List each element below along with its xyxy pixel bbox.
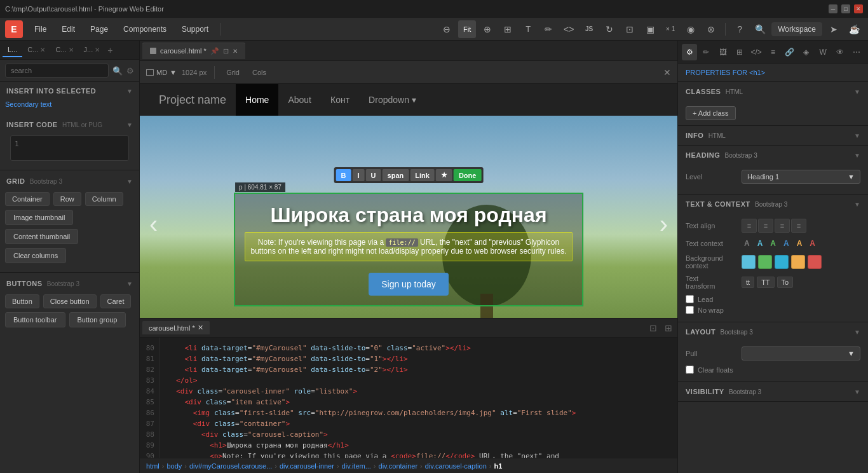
breadcrumb-item[interactable]: div.item...	[342, 462, 371, 470]
help-btn[interactable]: ?	[731, 20, 749, 38]
text-context-header[interactable]: TEXT & CONTEXT Bootstrap 3 ▼	[678, 195, 868, 214]
breadcrumb-body[interactable]: body	[166, 462, 182, 470]
add-class-btn[interactable]: + Add class	[686, 106, 736, 120]
align-left[interactable]: ≡	[742, 219, 757, 233]
file-tab-close[interactable]: ✕	[233, 48, 238, 55]
underline-btn[interactable]: U	[366, 169, 381, 181]
heading-section-header[interactable]: HEADING Bootstrap 3 ▼	[678, 146, 868, 165]
tab-j[interactable]: J...✕	[79, 43, 105, 57]
insert-into-selected-header[interactable]: INSERT INTO SELECTED ▼	[0, 82, 139, 99]
code-lines[interactable]: <li data-target="#myCarousel" data-slide…	[160, 338, 677, 458]
no-wrap-checkbox[interactable]	[686, 306, 694, 314]
tab-add-btn[interactable]: +	[107, 45, 112, 55]
code-insert-area[interactable]: 1	[10, 135, 129, 161]
text-color-muted[interactable]: A	[742, 238, 752, 249]
nav-dropdown[interactable]: Dropdown ▾	[359, 84, 426, 116]
code-file-tab[interactable]: carousel.html * ✕	[142, 321, 210, 334]
cols-toggle[interactable]: Cols	[248, 67, 270, 78]
secondary-text-item[interactable]: Secondary text	[5, 99, 134, 110]
btn-image-thumbnail[interactable]: Image thumbnail	[5, 210, 73, 225]
file-tab-pin[interactable]: 📌	[210, 47, 219, 55]
minimize-btn[interactable]: ─	[829, 4, 837, 13]
props-btn[interactable]: ⚙	[682, 44, 697, 60]
text-color-warning[interactable]: A	[794, 238, 805, 249]
btn-caret[interactable]: Caret	[100, 294, 132, 308]
info-section-header[interactable]: INFO HTML ▼	[678, 126, 868, 145]
bg-danger[interactable]	[808, 255, 822, 269]
nav-home[interactable]: Home	[236, 84, 278, 116]
clear-floats-checkbox[interactable]	[686, 366, 694, 374]
tab-c2[interactable]: C...✕	[50, 43, 78, 57]
menu-page[interactable]: Page	[84, 22, 114, 36]
span-btn[interactable]: span	[383, 169, 409, 181]
viewport-selector[interactable]: MD ▼	[146, 69, 177, 76]
breadcrumb-carousel[interactable]: div#myCarousel.carouse...	[189, 462, 272, 470]
fit-btn[interactable]: Fit	[458, 20, 476, 38]
lead-checkbox[interactable]	[686, 295, 694, 303]
zoom-out-btn[interactable]: ⊖	[438, 20, 456, 38]
nav-about[interactable]: About	[278, 84, 321, 116]
btn-button[interactable]: Button	[5, 294, 39, 308]
layout-btn[interactable]: ⊞	[499, 20, 517, 38]
code-expand-btn[interactable]: ⊡	[647, 322, 660, 334]
tab-j-close[interactable]: ✕	[95, 46, 100, 53]
refresh-btn[interactable]: ↻	[600, 20, 618, 38]
bg-primary[interactable]	[775, 255, 789, 269]
file-tab-expand[interactable]: ⊡	[223, 47, 229, 55]
text-color-success[interactable]: A	[768, 238, 778, 249]
layout-btn[interactable]: ⊞	[732, 44, 747, 60]
breadcrumb-html[interactable]: html	[146, 462, 159, 470]
transform-TT[interactable]: TT	[757, 277, 774, 288]
search-btn[interactable]: 🔍	[751, 20, 769, 38]
level-select[interactable]: Heading 1 ▼	[742, 170, 860, 184]
filter-icon[interactable]: ⚙	[126, 66, 134, 76]
component-btn[interactable]: ◈	[799, 44, 814, 60]
done-btn[interactable]: Done	[454, 169, 482, 181]
carousel-next-btn[interactable]: ›	[653, 203, 674, 245]
code-fullscreen-btn[interactable]: ⊞	[662, 322, 675, 334]
align-justify[interactable]: ≡	[791, 219, 806, 233]
menu-support[interactable]: Support	[175, 22, 215, 36]
arrow-btn[interactable]: ➤	[825, 20, 843, 38]
nav-cont[interactable]: Конт	[321, 84, 359, 116]
buttons-section-header[interactable]: BUTTONS Bootstrap 3 ▼	[0, 274, 139, 292]
bg-warning[interactable]	[791, 255, 805, 269]
file-tab-carousel[interactable]: carousel.html * 📌 ⊡ ✕	[142, 43, 245, 59]
close-btn[interactable]: ✕	[854, 4, 863, 13]
pencil-btn[interactable]: ✏	[698, 44, 714, 60]
js-btn[interactable]: JS	[580, 20, 598, 38]
link-btn[interactable]: Link	[410, 169, 435, 181]
dots-btn[interactable]: ⋯	[849, 44, 864, 60]
btn-clear-columns[interactable]: Clear columns	[5, 248, 66, 263]
navbar-brand[interactable]: Project name	[149, 84, 236, 116]
carousel-prev-btn[interactable]: ‹	[143, 203, 164, 245]
btn-close-button[interactable]: Close button	[43, 294, 97, 308]
bg-info[interactable]	[742, 255, 756, 269]
tab-c1[interactable]: C...✕	[22, 43, 50, 57]
menu-components[interactable]: Components	[117, 22, 173, 36]
text-color-danger[interactable]: A	[807, 238, 818, 249]
breadcrumb-caption[interactable]: div.carousel-caption	[425, 462, 487, 470]
btn-button-group[interactable]: Button group	[69, 312, 126, 327]
text-color-info[interactable]: A	[755, 238, 766, 249]
code-btn[interactable]: </>	[749, 44, 764, 60]
visibility-section-header[interactable]: VISIBILITY Bootstrap 3 ▼	[678, 382, 868, 401]
star-btn[interactable]: ★	[436, 169, 452, 181]
more-btn[interactable]: ▣	[641, 20, 659, 38]
transform-tt[interactable]: tt	[742, 277, 754, 288]
menu-edit[interactable]: Edit	[55, 22, 81, 36]
btn-container[interactable]: Container	[5, 192, 50, 206]
text-color-primary[interactable]: A	[781, 238, 792, 249]
btn-row[interactable]: Row	[53, 192, 81, 206]
italic-btn[interactable]: I	[353, 169, 365, 181]
text-size-btn[interactable]: T	[519, 20, 537, 38]
align-center[interactable]: ≡	[758, 219, 773, 233]
breadcrumb-container[interactable]: div.container	[379, 462, 418, 470]
link-btn2[interactable]: 🔗	[782, 44, 797, 60]
align-right[interactable]: ≡	[775, 219, 790, 233]
edit-code-btn[interactable]: ✏	[539, 20, 557, 38]
eye-btn[interactable]: ◉	[682, 20, 700, 38]
carousel-title[interactable]: Широка страна моя родная	[245, 203, 573, 227]
btn-button-toolbar[interactable]: Button toolbar	[5, 312, 65, 327]
carousel-cta-btn[interactable]: Sign up today	[369, 273, 449, 296]
